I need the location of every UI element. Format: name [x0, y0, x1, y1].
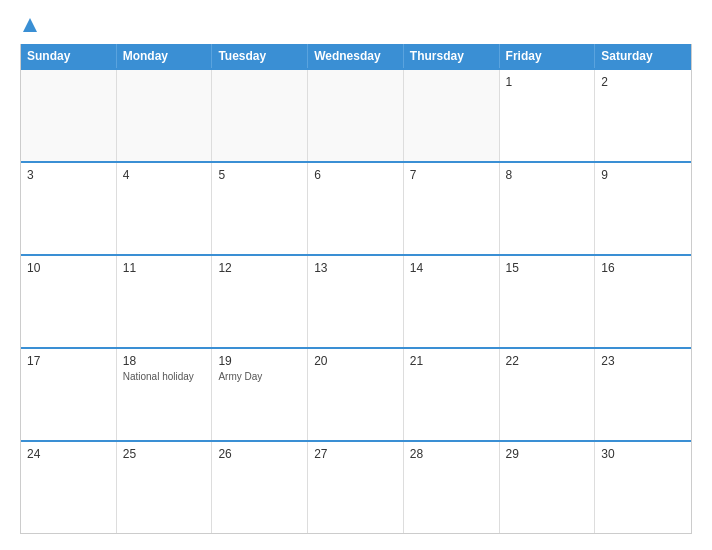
- calendar-cell: 24: [21, 442, 117, 533]
- calendar-cell: 26: [212, 442, 308, 533]
- calendar-header: SundayMondayTuesdayWednesdayThursdayFrid…: [21, 44, 691, 68]
- calendar-cell: 16: [595, 256, 691, 347]
- calendar-cell: [212, 70, 308, 161]
- calendar-cell: 25: [117, 442, 213, 533]
- day-number: 23: [601, 354, 685, 368]
- calendar-cell: 11: [117, 256, 213, 347]
- day-number: 24: [27, 447, 110, 461]
- day-number: 26: [218, 447, 301, 461]
- day-number: 21: [410, 354, 493, 368]
- calendar-cell: 21: [404, 349, 500, 440]
- day-number: 5: [218, 168, 301, 182]
- calendar-cell: 20: [308, 349, 404, 440]
- day-number: 28: [410, 447, 493, 461]
- calendar-cell: 23: [595, 349, 691, 440]
- svg-marker-0: [23, 18, 37, 32]
- day-header-monday: Monday: [117, 44, 213, 68]
- day-number: 17: [27, 354, 110, 368]
- calendar-cell: 9: [595, 163, 691, 254]
- calendar-cell: 12: [212, 256, 308, 347]
- calendar-cell: 28: [404, 442, 500, 533]
- calendar-cell: 27: [308, 442, 404, 533]
- calendar-cell: 15: [500, 256, 596, 347]
- day-number: 2: [601, 75, 685, 89]
- calendar-cell: 30: [595, 442, 691, 533]
- calendar-cell: 29: [500, 442, 596, 533]
- calendar-cell: 13: [308, 256, 404, 347]
- calendar-cell: 2: [595, 70, 691, 161]
- day-number: 9: [601, 168, 685, 182]
- calendar-cell: [404, 70, 500, 161]
- day-number: 4: [123, 168, 206, 182]
- holiday-label: National holiday: [123, 370, 206, 383]
- day-header-sunday: Sunday: [21, 44, 117, 68]
- day-header-saturday: Saturday: [595, 44, 691, 68]
- day-header-thursday: Thursday: [404, 44, 500, 68]
- day-header-friday: Friday: [500, 44, 596, 68]
- logo: [20, 16, 39, 34]
- calendar: SundayMondayTuesdayWednesdayThursdayFrid…: [20, 44, 692, 534]
- calendar-cell: 19Army Day: [212, 349, 308, 440]
- day-number: 3: [27, 168, 110, 182]
- week-row-3: 10111213141516: [21, 254, 691, 347]
- day-number: 10: [27, 261, 110, 275]
- day-number: 8: [506, 168, 589, 182]
- week-row-2: 3456789: [21, 161, 691, 254]
- day-number: 29: [506, 447, 589, 461]
- day-number: 16: [601, 261, 685, 275]
- day-number: 20: [314, 354, 397, 368]
- day-number: 7: [410, 168, 493, 182]
- calendar-cell: 18National holiday: [117, 349, 213, 440]
- calendar-cell: 1: [500, 70, 596, 161]
- week-row-4: 1718National holiday19Army Day20212223: [21, 347, 691, 440]
- page-header: [20, 16, 692, 34]
- calendar-cell: 14: [404, 256, 500, 347]
- calendar-cell: 10: [21, 256, 117, 347]
- day-number: 15: [506, 261, 589, 275]
- day-number: 19: [218, 354, 301, 368]
- calendar-page: SundayMondayTuesdayWednesdayThursdayFrid…: [0, 0, 712, 550]
- calendar-cell: 3: [21, 163, 117, 254]
- holiday-label: Army Day: [218, 370, 301, 383]
- calendar-cell: 17: [21, 349, 117, 440]
- day-header-tuesday: Tuesday: [212, 44, 308, 68]
- day-number: 6: [314, 168, 397, 182]
- calendar-cell: 22: [500, 349, 596, 440]
- calendar-cell: [21, 70, 117, 161]
- week-row-5: 24252627282930: [21, 440, 691, 533]
- day-number: 27: [314, 447, 397, 461]
- day-number: 1: [506, 75, 589, 89]
- calendar-body: 123456789101112131415161718National holi…: [21, 68, 691, 533]
- calendar-cell: 6: [308, 163, 404, 254]
- day-header-wednesday: Wednesday: [308, 44, 404, 68]
- calendar-cell: 4: [117, 163, 213, 254]
- logo-icon: [21, 16, 39, 34]
- week-row-1: 12: [21, 68, 691, 161]
- calendar-cell: [117, 70, 213, 161]
- day-number: 30: [601, 447, 685, 461]
- day-number: 11: [123, 261, 206, 275]
- calendar-cell: 8: [500, 163, 596, 254]
- day-number: 14: [410, 261, 493, 275]
- calendar-cell: 7: [404, 163, 500, 254]
- day-number: 18: [123, 354, 206, 368]
- calendar-cell: [308, 70, 404, 161]
- day-number: 13: [314, 261, 397, 275]
- day-number: 25: [123, 447, 206, 461]
- day-number: 12: [218, 261, 301, 275]
- calendar-cell: 5: [212, 163, 308, 254]
- day-number: 22: [506, 354, 589, 368]
